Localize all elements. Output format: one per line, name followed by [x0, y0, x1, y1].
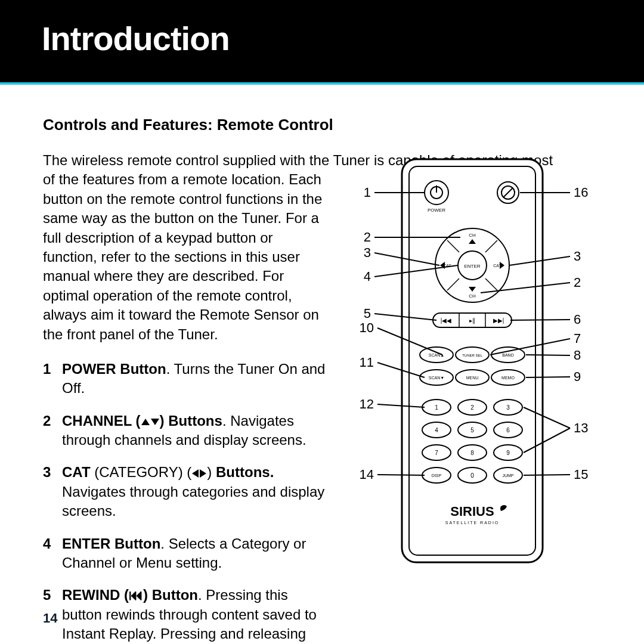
list-item: 3 CAT (CATEGORY) () Buttons. Navigates t…: [43, 463, 329, 521]
svg-text:9: 9: [574, 369, 581, 384]
svg-text:11: 11: [360, 355, 374, 370]
svg-line-87: [510, 320, 570, 320]
svg-line-98: [524, 475, 570, 475]
triangle-down-icon: [151, 419, 159, 425]
callout-lines: 1 2 3 4 5 10 11 12 14 16 3 2 6 7: [341, 152, 603, 593]
triangle-left-icon: [192, 469, 199, 478]
svg-text:12: 12: [360, 397, 374, 411]
intro-paragraph: of the features from a remote location. …: [43, 170, 329, 344]
triangle-right-icon: [200, 469, 206, 478]
page-title: Introduction: [42, 19, 230, 58]
svg-line-77: [377, 404, 425, 407]
svg-line-83: [509, 256, 570, 265]
svg-line-69: [374, 265, 458, 277]
feature-list: 1 POWER Button. Turns the Tuner On and O…: [43, 360, 329, 644]
svg-line-67: [374, 253, 439, 265]
svg-line-96: [524, 428, 570, 453]
svg-text:1: 1: [364, 185, 371, 200]
svg-text:3: 3: [574, 249, 581, 264]
triangle-up-icon: [141, 419, 150, 425]
svg-text:15: 15: [574, 467, 588, 482]
remote-diagram: POWER ENTER CH CH CAT CAT: [341, 152, 603, 593]
svg-text:8: 8: [574, 348, 581, 363]
section-subheading: Controls and Features: Remote Control: [43, 116, 603, 134]
svg-text:16: 16: [574, 185, 588, 200]
svg-text:6: 6: [574, 312, 581, 327]
svg-line-71: [374, 314, 436, 320]
svg-text:13: 13: [574, 420, 588, 435]
svg-line-95: [524, 407, 570, 428]
list-item: 2 CHANNEL () Buttons. Navigates through …: [43, 411, 329, 450]
svg-line-85: [481, 283, 570, 293]
svg-text:2: 2: [364, 230, 371, 244]
text-column: of the features from a remote location. …: [43, 170, 335, 644]
svg-text:2: 2: [574, 275, 581, 290]
svg-line-75: [377, 363, 425, 377]
svg-line-79: [377, 475, 425, 475]
page-header: Introduction: [0, 0, 644, 82]
page-number: 14: [43, 611, 57, 626]
svg-text:5: 5: [364, 306, 371, 321]
svg-line-93: [526, 377, 570, 377]
list-item: 1 POWER Button. Turns the Tuner On and O…: [43, 360, 329, 398]
svg-text:7: 7: [574, 331, 581, 346]
svg-line-73: [377, 328, 442, 355]
svg-line-91: [526, 355, 570, 355]
svg-text:14: 14: [360, 467, 374, 482]
svg-text:10: 10: [360, 320, 374, 335]
svg-text:3: 3: [364, 245, 371, 260]
list-item: 5 REWIND (⏮) Button. Pressing this butto…: [43, 586, 329, 644]
svg-text:4: 4: [364, 269, 371, 284]
list-item: 4 ENTER Button. Selects a Category or Ch…: [43, 534, 329, 573]
svg-line-89: [490, 339, 570, 355]
page-content: Controls and Features: Remote Control Th…: [0, 85, 644, 644]
